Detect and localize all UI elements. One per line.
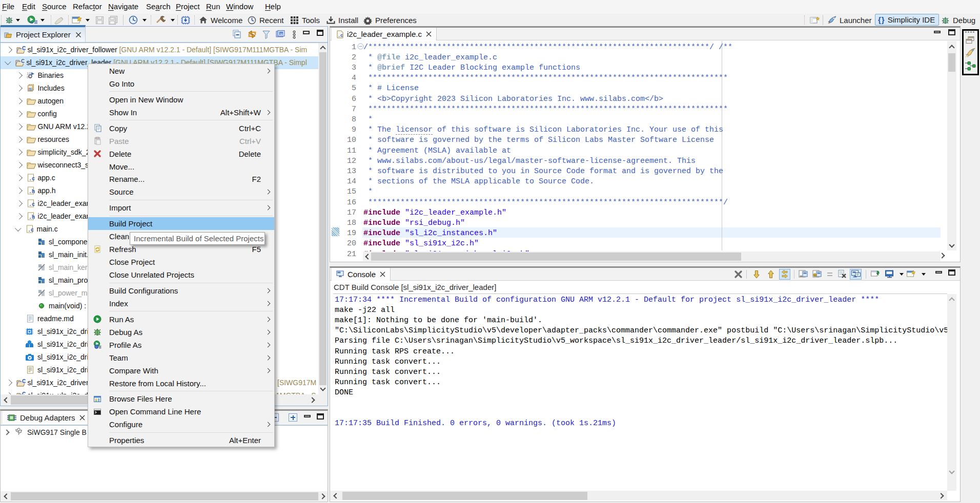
- svg-text:.h: .h: [29, 189, 35, 195]
- svg-text:C: C: [22, 379, 26, 384]
- svg-text:C: C: [22, 46, 26, 51]
- svg-text:.c: .c: [28, 227, 34, 233]
- svg-text:.c: .c: [29, 176, 35, 182]
- svg-text:.c: .c: [29, 202, 35, 207]
- svg-text:h: h: [29, 88, 31, 91]
- svg-text:C: C: [21, 58, 25, 64]
- svg-text:Si: Si: [280, 32, 282, 35]
- svg-text:.c: .c: [338, 33, 343, 38]
- svg-text:.h: .h: [29, 215, 35, 220]
